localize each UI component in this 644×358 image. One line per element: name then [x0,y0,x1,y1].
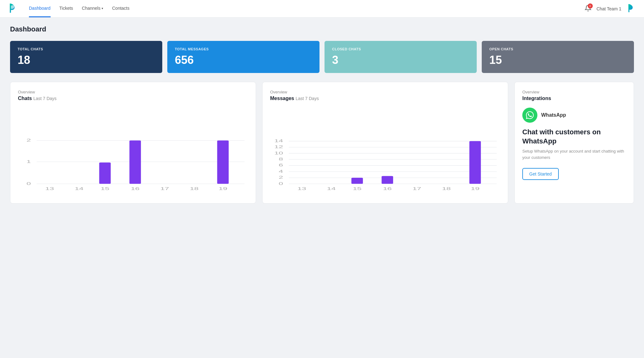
messages-chart: 0 2 4 6 8 10 12 14 [270,108,500,196]
stat-card-total-chats: TOTAL CHATS 18 [10,41,162,73]
stat-card-closed-chats: CLOSED CHATS 3 [325,41,477,73]
stat-cards: TOTAL CHATS 18 TOTAL MESSAGES 656 CLOSED… [10,41,634,73]
svg-text:14: 14 [274,139,283,143]
stat-label-closed: CLOSED CHATS [332,47,469,51]
svg-text:16: 16 [131,187,140,191]
panel-chats: Overview Chats Last 7 Days 0 1 2 [10,82,256,204]
nav-tickets[interactable]: Tickets [59,0,73,17]
svg-text:19: 19 [219,187,227,191]
stat-value-open: 15 [489,53,626,67]
svg-text:8: 8 [279,157,283,161]
svg-text:10: 10 [274,151,283,155]
chats-chart: 0 1 2 [18,108,248,196]
svg-text:4: 4 [279,169,283,173]
svg-text:0: 0 [26,182,31,186]
svg-text:13: 13 [297,187,306,191]
overview-panels: Overview Chats Last 7 Days 0 1 2 [10,82,634,204]
page-content: Dashboard TOTAL CHATS 18 TOTAL MESSAGES … [0,18,644,211]
svg-text:18: 18 [442,187,451,191]
svg-rect-34 [469,141,481,184]
nav-contacts[interactable]: Contacts [112,0,129,17]
stat-value-messages: 656 [175,53,312,67]
team-name: Chat Team 1 [597,6,621,11]
svg-text:14: 14 [75,187,83,191]
profile-avatar[interactable] [626,3,636,14]
stat-card-total-messages: TOTAL MESSAGES 656 [167,41,319,73]
svg-rect-8 [217,140,229,184]
panel-integrations: Overview Integrations WhatsApp Chat with… [514,82,634,204]
messages-panel-title: Messages Last 7 Days [270,96,500,101]
svg-rect-32 [351,178,363,184]
svg-text:19: 19 [471,187,480,191]
nav-dashboard[interactable]: Dashboard [29,0,51,17]
navbar: Dashboard Tickets Channels ▾ Contacts 0 … [0,0,644,18]
stat-label-messages: TOTAL MESSAGES [175,47,312,51]
whatsapp-row: WhatsApp [522,108,626,123]
page-title: Dashboard [10,25,634,33]
chats-panel-title: Chats Last 7 Days [18,96,248,101]
chevron-down-icon: ▾ [102,7,103,10]
stat-value-chats: 18 [18,53,155,67]
whatsapp-icon [522,108,537,123]
svg-text:6: 6 [279,163,283,167]
svg-rect-33 [382,176,393,184]
notification-bell[interactable]: 0 [585,5,591,13]
stat-card-open-chats: OPEN CHATS 15 [482,41,634,73]
integrations-overview-label: Overview [522,90,626,94]
svg-text:15: 15 [101,187,109,191]
svg-text:17: 17 [413,187,421,191]
integration-title: Chat with customers on WhatsApp [522,128,626,146]
svg-text:17: 17 [160,187,169,191]
svg-text:2: 2 [26,138,31,142]
integrations-panel-title: Integrations [522,96,626,101]
svg-text:2: 2 [279,175,283,179]
get-started-button[interactable]: Get Started [522,168,559,180]
stat-label-chats: TOTAL CHATS [18,47,155,51]
notification-badge: 0 [588,3,593,8]
stat-label-open: OPEN CHATS [489,47,626,51]
svg-text:15: 15 [353,187,362,191]
svg-text:12: 12 [274,145,283,149]
whatsapp-name: WhatsApp [541,112,566,118]
logo[interactable] [8,3,19,15]
nav-right: 0 Chat Team 1 [585,3,636,14]
svg-text:13: 13 [45,187,54,191]
svg-text:14: 14 [327,187,336,191]
messages-chart-svg: 0 2 4 6 8 10 12 14 [270,108,500,196]
integration-desc: Setup WhatsApp on your account and start… [522,148,626,160]
nav-links: Dashboard Tickets Channels ▾ Contacts [29,0,575,17]
messages-overview-label: Overview [270,90,500,94]
svg-text:18: 18 [190,187,198,191]
panel-messages: Overview Messages Last 7 Days 0 2 4 6 8 … [262,82,508,204]
svg-rect-7 [130,140,141,184]
svg-text:1: 1 [26,159,31,164]
stat-value-closed: 3 [332,53,469,67]
chats-chart-svg: 0 1 2 [18,108,248,196]
svg-rect-6 [99,162,111,184]
svg-text:0: 0 [279,182,283,186]
svg-text:16: 16 [383,187,392,191]
chats-overview-label: Overview [18,90,248,94]
nav-channels[interactable]: Channels ▾ [82,0,103,17]
